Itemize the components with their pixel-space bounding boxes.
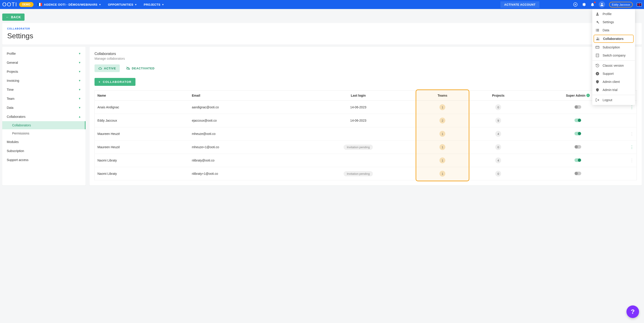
user-name-button[interactable]: Eddy Jaccoux [609,2,633,8]
sidebar-item-support-access[interactable]: Support access [2,155,86,164]
projects-count-pill[interactable]: 4 [495,157,501,163]
cell-name: Naomi Libraty [95,154,189,167]
cell-more: ⋮ [627,127,637,141]
svg-rect-9 [596,31,596,31]
dropdown-support[interactable]: ?Support [592,70,635,78]
activate-account-button[interactable]: ACTIVATE ACCOUNT [500,1,539,8]
projects-count-pill[interactable]: 9 [495,118,501,123]
tab-active[interactable]: ACTIVE [94,64,120,72]
demo-badge: DEMO [19,2,34,7]
dropdown-logout[interactable]: Logout [592,96,635,104]
sidebar-item-modules[interactable]: Modules [2,137,86,146]
info-icon[interactable]: i [586,94,590,97]
dropdown-classic-version[interactable]: Classic version [592,62,635,70]
projects-count-pill[interactable]: 0 [495,144,501,150]
avatar-icon[interactable] [599,1,605,8]
sidebar-item-profile[interactable]: Profile▼ [2,49,86,58]
col-projects[interactable]: Projects [468,91,528,101]
teams-count-pill[interactable]: 1 [440,157,445,163]
building-icon [596,53,600,58]
sidebar-item-general[interactable]: General▼ [2,58,86,67]
sidebar-item-data[interactable]: Data▼ [2,103,86,112]
projects-count-pill[interactable]: 0 [495,171,501,177]
cell-more: ⋮ [627,154,637,167]
col-last-login[interactable]: Last login [300,91,417,101]
col-name[interactable]: Name [95,91,189,101]
dropdown-settings[interactable]: Settings [592,18,635,26]
table-row[interactable]: Maureen Heuzémheuze@ooti.co14⋮ [95,127,637,141]
dropdown-collaborators[interactable]: Collaborators [594,35,634,43]
cell-projects: 9 [468,114,528,127]
cell-email: nlibraty@ooti.co [189,154,300,167]
teams-count-pill[interactable]: 1 [440,104,445,110]
dropdown-switch-company[interactable]: Switch company [592,51,635,60]
sidebar-item-projects[interactable]: Projects▼ [2,67,86,76]
dropdown-data[interactable]: Data [592,26,635,34]
settings-sidebar: Profile▼ General▼ Projects▼ Invoicing▼ T… [2,47,86,185]
more-icon[interactable]: ⋮ [630,145,634,149]
back-button[interactable]: ← BACK [2,14,24,21]
cloud-icon [98,66,102,70]
svg-text:?: ? [597,73,598,75]
cell-name: Anais Andignac [95,101,189,114]
teams-count-pill[interactable]: 1 [440,144,445,150]
flag-uk-icon[interactable] [637,3,642,6]
table-row[interactable]: Maureen Heuzémheuze+1@ooti.coInvitation … [95,141,637,154]
sidebar-item-subscription[interactable]: Subscription [2,146,86,155]
add-icon[interactable] [573,2,578,7]
sidebar-item-invoicing[interactable]: Invoicing▼ [2,76,86,85]
org-switcher[interactable]: AGENCE OOTI - DÉMOS/WEBINARS ▼ [44,3,101,6]
teams-count-pill[interactable]: 2 [440,118,445,123]
dropdown-divider [592,95,635,95]
table-row[interactable]: Anais Andignacaandignac@ooti.co14-06-202… [95,101,637,114]
cell-projects: 0 [468,101,528,114]
col-email[interactable]: Email [189,91,300,101]
org-name: AGENCE OOTI - DÉMOS/WEBINARS [44,3,98,6]
table-row[interactable]: Eddy Jaccouxejaccoux@ooti.co14-06-202329 [95,114,637,127]
bell-icon[interactable] [590,2,595,7]
chevron-down-icon: ▼ [78,79,81,82]
super-admin-toggle[interactable] [574,145,581,149]
sidebar-item-team[interactable]: Team▼ [2,94,86,103]
cell-admin [528,154,627,167]
gear-icon[interactable] [582,2,586,7]
projects-count-pill[interactable]: 0 [495,104,501,110]
page-title: Settings [7,32,637,40]
dropdown-profile[interactable]: Profile [592,10,635,18]
chevron-down-icon: ▼ [78,52,81,55]
tab-deactivated[interactable]: DEACTIVATED [122,64,158,72]
super-admin-toggle[interactable] [574,158,581,162]
dropdown-admin-trial[interactable]: Admin trial [592,86,635,94]
dropdown-admin-client[interactable]: Admin client [592,78,635,86]
teams-count-pill[interactable]: 1 [440,171,445,177]
cell-last-login: Invitation pending [300,141,417,154]
add-collaborator-button[interactable]: + COLLABORATOR [94,78,136,86]
teams-count-pill[interactable]: 1 [440,131,445,137]
cell-email: aandignac@ooti.co [189,101,300,114]
nav-projects[interactable]: PROJECTS ▼ [144,3,164,6]
shield-icon [596,80,600,84]
col-teams[interactable]: Teams [417,91,468,101]
super-admin-toggle[interactable] [574,132,581,135]
table-row[interactable]: Naomi Libratynlibraty@ooti.co14⋮ [95,154,637,167]
dropdown-subscription[interactable]: Subscription [592,43,635,51]
invitation-pending-badge: Invitation pending [344,171,373,176]
more-icon[interactable]: ⋮ [630,158,634,163]
cell-last-login: 14-06-2023 [300,114,417,127]
more-icon[interactable]: ⋮ [630,105,634,110]
super-admin-toggle[interactable] [574,172,581,175]
super-admin-toggle[interactable] [574,105,581,109]
sidebar-item-collaborators[interactable]: Collaborators▲ [2,112,86,121]
table-row[interactable]: Naomi Libratynlibraty+1@ooti.coInvitatio… [95,167,637,180]
sidebar-sub-permissions[interactable]: Permissions [2,129,86,137]
chevron-down-icon: ▼ [78,97,81,100]
projects-count-pill[interactable]: 4 [495,131,501,137]
sidebar-sub-collaborators[interactable]: Collaborators [2,121,86,129]
cell-more: ⋮ [627,141,637,154]
super-admin-toggle[interactable] [574,119,581,122]
more-icon[interactable]: ⋮ [630,132,634,136]
cell-teams: 1 [417,154,468,167]
nav-opportunities[interactable]: OPPORTUNITIES ▼ [108,3,137,6]
sidebar-item-time[interactable]: Time▼ [2,85,86,94]
chevron-down-icon: ▼ [134,4,137,6]
